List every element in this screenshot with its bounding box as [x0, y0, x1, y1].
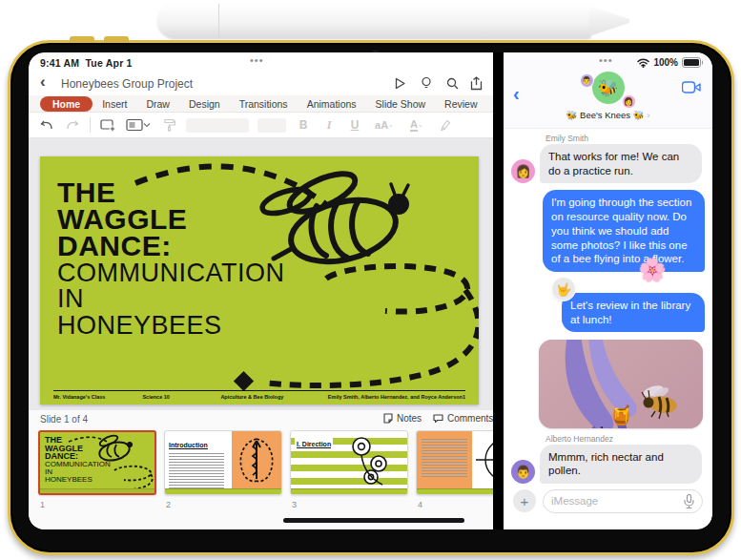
volume-up-button[interactable]	[70, 36, 94, 43]
slide-thumbnail-3[interactable]: I. Direction	[290, 430, 408, 495]
received-message[interactable]: That works for me! We can do a practice …	[540, 144, 702, 183]
date: Tue Apr 1	[86, 57, 133, 69]
ppt-status-row: Slide 1 of 4 Notes Comments	[29, 410, 493, 427]
share-icon[interactable]	[465, 73, 486, 93]
font-size-select	[257, 118, 286, 133]
battery-icon	[682, 57, 703, 68]
footer-subject: Science 10	[142, 394, 220, 400]
messages-app-pane: ••• 100% ‹ 🐝 👨 👩	[504, 52, 712, 529]
tapback-reaction[interactable]: 🤟	[551, 277, 576, 301]
font-color-button[interactable]: A⌄	[405, 116, 428, 134]
tab-slideshow[interactable]: Slide Show	[366, 97, 436, 111]
redo-icon[interactable]	[64, 116, 81, 134]
comments-button[interactable]: Comments	[433, 413, 493, 424]
thumb-number: 1	[40, 500, 45, 509]
thumb4-footer	[417, 488, 493, 494]
thumb1-bee-doodle	[40, 432, 156, 493]
facetime-video-icon[interactable]	[682, 81, 701, 93]
tab-transitions[interactable]: Transitions	[230, 97, 298, 111]
group-name[interactable]: 🐝 Bee's Knees 🐝 ›	[504, 110, 712, 120]
volume-down-button[interactable]	[104, 36, 129, 43]
tab-view[interactable]: View	[487, 97, 493, 111]
slide-filmstrip: THE WAGGLE DANCE: COMMUNICATION IN HONEY…	[29, 427, 493, 529]
member-avatar: 👩	[622, 94, 636, 109]
italic-button[interactable]: I	[320, 116, 338, 134]
split-view-handle[interactable]: •••	[250, 54, 264, 66]
ipad-device: 9:41 AM Tue Apr 1 ••• ‹ Honeybees Group …	[8, 40, 734, 555]
member-avatar: 👨	[580, 73, 594, 88]
footer-class: Mr. Vidanage's Class	[53, 394, 142, 400]
slide-canvas: THE WAGGLE DANCE: COMMUNICATION IN HONEY…	[29, 138, 493, 410]
apple-pencil-tip	[589, 6, 629, 36]
toolbar-divider	[90, 117, 91, 133]
honey-pot-emoji: 🍯	[609, 404, 633, 426]
footer-topic: Apiculture & Bee Biology	[220, 394, 327, 400]
emily-avatar: 👩	[511, 159, 535, 183]
format-painter-icon[interactable]	[160, 116, 177, 134]
thumb-number: 2	[166, 500, 171, 509]
home-indicator[interactable]	[283, 518, 464, 523]
tab-design[interactable]: Design	[179, 97, 230, 111]
undo-icon[interactable]	[38, 116, 55, 134]
photo-attachment[interactable]: 🍯	[539, 340, 703, 427]
tab-draw[interactable]: Draw	[136, 97, 179, 111]
sent-message[interactable]: Let's review in the library at lunch!	[562, 293, 705, 332]
battery-percent: 100%	[653, 57, 678, 68]
group-avatar-bee: 🐝	[592, 72, 625, 104]
sender-name: Emily Smith	[545, 134, 705, 143]
alberto-avatar: 👨	[511, 460, 535, 484]
present-play-icon[interactable]	[389, 73, 410, 93]
layout-icon[interactable]	[125, 116, 152, 134]
document-title[interactable]: Honeybees Group Project	[61, 77, 193, 91]
slide-footer: Mr. Vidanage's Class Science 10 Apicultu…	[53, 390, 465, 400]
wifi-icon	[637, 58, 649, 68]
apple-pencil	[157, 4, 591, 38]
tab-review[interactable]: Review	[435, 97, 486, 111]
back-icon[interactable]: ‹	[513, 83, 520, 105]
sent-message[interactable]: I'm going through the section on resourc…	[543, 190, 705, 272]
designer-lightbulb-icon[interactable]	[416, 73, 437, 93]
status-indicators: 100%	[637, 57, 703, 68]
new-slide-icon[interactable]	[99, 116, 116, 134]
imessage-input[interactable]: iMessage	[543, 489, 703, 513]
slide-thumbnail-4[interactable]	[416, 430, 493, 495]
slide-thumbnail-1[interactable]: THE WAGGLE DANCE: COMMUNICATION IN HONEY…	[38, 430, 156, 495]
split-view-handle[interactable]: •••	[599, 54, 613, 66]
text-case-button[interactable]: aA⌄	[372, 116, 397, 134]
thumb2-dance-diagram	[232, 431, 281, 490]
footer-authors: Emily Smith, Alberto Hernandez, and Royc…	[328, 394, 463, 400]
thumb-number: 4	[418, 500, 422, 509]
slide-title-block: THE WAGGLE DANCE: COMMUNICATION IN HONEY…	[57, 179, 284, 339]
bold-button[interactable]: B	[295, 116, 312, 134]
slide-title-line: DANCE:	[57, 233, 284, 259]
tab-home[interactable]: Home	[40, 96, 93, 112]
slide-title-line: THE	[57, 179, 284, 206]
message-list[interactable]: Emily Smith 👩 That works for me! We can …	[504, 129, 712, 484]
thumb2-title: Introduction	[169, 442, 208, 449]
powerpoint-app-pane: 9:41 AM Tue Apr 1 ••• ‹ Honeybees Group …	[29, 52, 493, 529]
back-icon[interactable]: ‹	[40, 73, 46, 92]
group-avatar-cluster[interactable]: 🐝 👨 👩	[578, 72, 639, 110]
thumb4-body-text	[422, 439, 467, 477]
ppt-statusbar: 9:41 AM Tue Apr 1 •••	[29, 52, 493, 72]
thumb2-footer	[165, 488, 281, 494]
notes-button[interactable]: Notes	[383, 413, 422, 424]
sender-name: Alberto Hernandez	[545, 434, 705, 444]
highlighter-icon[interactable]	[437, 116, 454, 134]
received-message[interactable]: Mmmm, rich nectar and pollen.	[540, 445, 702, 484]
thumb1-footer	[40, 488, 154, 493]
microphone-icon[interactable]	[684, 494, 694, 508]
search-icon[interactable]	[442, 73, 463, 93]
plus-button[interactable]: +	[513, 489, 536, 512]
slide-thumbnail-2[interactable]: Introduction	[164, 430, 282, 495]
footer-page-number: 1	[463, 394, 465, 400]
notes-icon	[383, 413, 393, 424]
more-icon[interactable]: •••	[489, 73, 493, 93]
clock: 9:41 AM Tue Apr 1	[40, 57, 133, 69]
slide-editor[interactable]: THE WAGGLE DANCE: COMMUNICATION IN HONEY…	[40, 156, 479, 404]
screen: 9:41 AM Tue Apr 1 ••• ‹ Honeybees Group …	[29, 52, 712, 529]
slide-counter: Slide 1 of 4	[40, 414, 88, 425]
tab-insert[interactable]: Insert	[93, 97, 136, 111]
underline-button[interactable]: U	[346, 116, 363, 134]
tab-animations[interactable]: Animations	[298, 97, 366, 111]
